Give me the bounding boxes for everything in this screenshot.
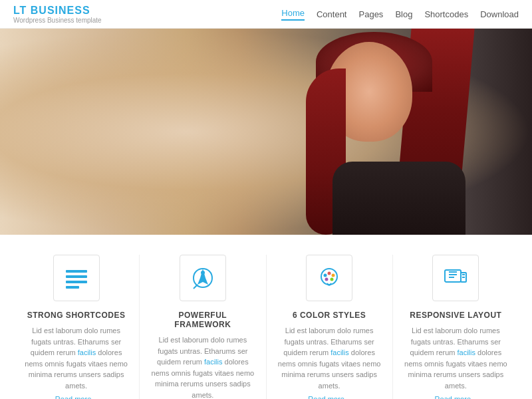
nav-item-content[interactable]: Content — [317, 9, 347, 19]
feature-desc-shortcodes: Lid est laborum dolo rumes fugats untras… — [23, 325, 129, 391]
nav-item-pages[interactable]: Pages — [359, 9, 384, 19]
svg-rect-1 — [66, 275, 87, 278]
feature-responsive: RESPONSIVE LAYOUTLid est laborum dolo ru… — [393, 255, 519, 399]
feature-shortcodes: STRONG SHORTCODESLid est laborum dolo ru… — [13, 255, 139, 399]
svg-rect-2 — [66, 281, 87, 283]
brand: LT BUSINESS Wordpress Business template — [13, 5, 102, 24]
feature-link-color-styles[interactable]: Read more... — [308, 395, 350, 399]
feature-link-responsive[interactable]: Read more... — [435, 395, 477, 399]
svg-rect-3 — [66, 286, 79, 289]
svg-rect-0 — [66, 270, 87, 273]
feature-title-framework: POWERFUL FRAMEWORK — [150, 311, 255, 329]
feature-desc-color-styles: Lid est laborum dolo rumes fugats untras… — [277, 325, 382, 391]
svg-point-9 — [331, 278, 334, 281]
svg-point-8 — [332, 274, 335, 277]
feature-color-styles: 6 COLOR STYLESLid est laborum dolo rumes… — [267, 255, 392, 399]
svg-point-5 — [321, 269, 337, 285]
main-nav: HomeContentPagesBlogShortcodesDownload — [281, 8, 519, 21]
nav-item-shortcodes[interactable]: Shortcodes — [424, 9, 468, 19]
feature-icon-responsive — [432, 255, 479, 301]
brand-subtitle: Wordpress Business template — [13, 17, 102, 24]
nav-item-blog[interactable]: Blog — [395, 9, 412, 19]
feature-icon-color-styles — [306, 255, 352, 301]
hero-banner — [0, 29, 532, 235]
svg-point-10 — [325, 278, 329, 281]
feature-desc-framework: Lid est laborum dolo rumes fugats untras… — [150, 334, 255, 399]
nav-item-download[interactable]: Download — [480, 9, 519, 19]
hero-body — [332, 162, 466, 235]
feature-title-responsive: RESPONSIVE LAYOUT — [410, 311, 501, 320]
brand-title: LT BUSINESS — [13, 5, 102, 17]
svg-point-6 — [324, 274, 327, 277]
svg-point-7 — [328, 272, 331, 275]
feature-framework: POWERFUL FRAMEWORKLid est laborum dolo r… — [140, 255, 265, 399]
svg-point-4 — [201, 271, 205, 275]
header: LT BUSINESS Wordpress Business template … — [0, 0, 532, 29]
feature-title-shortcodes: STRONG SHORTCODES — [27, 311, 126, 320]
features-section: STRONG SHORTCODESLid est laborum dolo ru… — [0, 235, 532, 399]
feature-link-shortcodes[interactable]: Read more... — [55, 395, 98, 399]
feature-desc-responsive: Lid est laborum dolo rumes fugats untras… — [403, 325, 509, 391]
feature-icon-shortcodes — [53, 255, 100, 301]
nav-item-home[interactable]: Home — [281, 8, 305, 21]
feature-icon-framework — [180, 255, 226, 301]
feature-title-color-styles: 6 COLOR STYLES — [293, 311, 366, 320]
